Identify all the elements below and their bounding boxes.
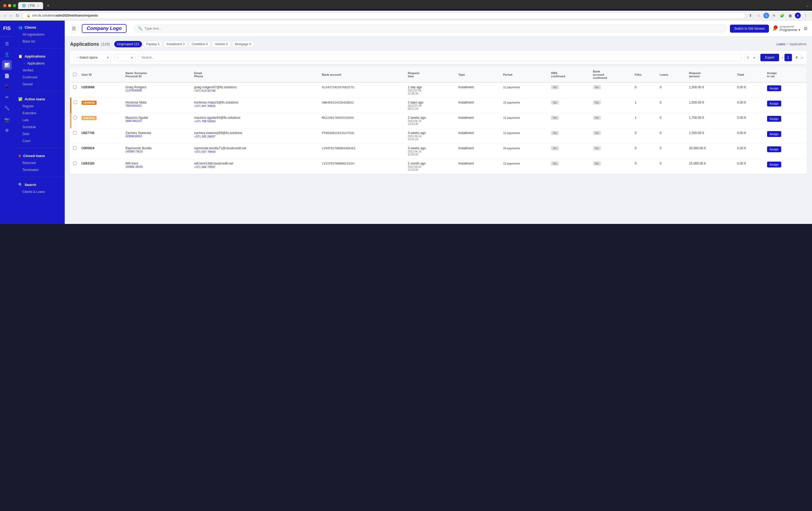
menu-icon[interactable]: ⋮	[802, 12, 809, 19]
refresh-button[interactable]: ↻	[15, 12, 20, 19]
filter-tab-vehicle[interactable]: Vehicle 0	[212, 41, 231, 47]
sidebar-item-all-registrations[interactable]: All registrations	[14, 31, 65, 38]
tab-close-button[interactable]: ✕	[37, 4, 39, 7]
pagination-page-4[interactable]: 4	[793, 54, 801, 61]
sidebar-item-regular[interactable]: Regular	[14, 103, 65, 110]
sidebar-item-verified[interactable]: Verified	[14, 67, 65, 74]
active-tab[interactable]: 🌐 | FIS ✕	[18, 2, 43, 9]
profile-icon[interactable]: A	[795, 12, 801, 19]
assign-button[interactable]: Assign	[767, 162, 781, 168]
nav-icon-mobile[interactable]: 📱	[2, 82, 12, 91]
row-sms-confirmed: No	[549, 82, 591, 98]
assign-button[interactable]: Assign	[767, 85, 781, 91]
row-checkbox[interactable]	[73, 131, 77, 135]
col-files: Files	[633, 67, 658, 82]
nav-icon-tools[interactable]: 🔧	[2, 103, 12, 113]
assign-button[interactable]: Assign	[767, 116, 781, 122]
menu-toggle-button[interactable]: ☰	[69, 24, 79, 33]
sidebar-section-search[interactable]: 🔍 Search	[14, 180, 65, 188]
sidebar-item-returned[interactable]: Returned	[14, 160, 65, 166]
nav-icon-camera[interactable]: 📷	[2, 115, 12, 124]
minimize-dot[interactable]	[8, 4, 11, 7]
new-tab-button[interactable]: +	[45, 3, 51, 8]
reader-view-icon[interactable]: ▣	[787, 12, 793, 19]
row-checkbox[interactable]	[74, 101, 77, 104]
sidebar-item-confirmed[interactable]: Confirmed	[14, 74, 65, 81]
col-name: Name SurnamePersonal ID	[123, 67, 192, 82]
export-button[interactable]: Export	[760, 54, 779, 61]
assign-button[interactable]: Assign	[767, 146, 781, 152]
row-checkbox[interactable]	[74, 116, 77, 119]
filter-tab-payday[interactable]: Payday 5	[143, 41, 162, 47]
user-role-chevron[interactable]: ▾	[799, 28, 800, 32]
search-bar[interactable]: 🔍	[134, 25, 727, 32]
row-checkbox[interactable]	[73, 146, 77, 150]
sidebar-section-active-loans[interactable]: ✅ Active loans	[14, 94, 65, 103]
closed-loans-icon: ⊗	[18, 154, 21, 158]
nav-icon-settings[interactable]: ⚙	[2, 125, 12, 135]
pagination-prev[interactable]: ‹	[782, 55, 783, 60]
ext-icon-2[interactable]: 🧩	[779, 12, 785, 19]
sidebar-item-denied[interactable]: Denied	[14, 81, 65, 88]
row-request-time: 3 weeks ago 2022-06-16 13:41:23	[406, 129, 456, 144]
switch-version-button[interactable]: Switch to Old Version	[730, 25, 769, 33]
address-bar[interactable]: 🔒 crm.fis.solutions/adm2020net/loans/req…	[23, 12, 745, 19]
row-total: 0.00 €	[735, 113, 765, 129]
breadcrumb-parent[interactable]: Loans	[777, 42, 785, 46]
google-icon[interactable]: G	[763, 12, 769, 19]
row-email-cell: hortense.mata15@fis.solutions +371 947 3…	[192, 98, 320, 113]
forward-button[interactable]: ›	[9, 12, 12, 19]
bookmark-icon[interactable]: ☆	[755, 12, 762, 19]
sidebar-item-applications[interactable]: Applications	[14, 60, 65, 67]
sidebar-section-applications[interactable]: 📋 Applications	[14, 52, 65, 60]
page-count: (129)	[101, 42, 110, 46]
ext-icon-1[interactable]: ✳	[771, 12, 777, 19]
assign-button[interactable]: Assign	[767, 101, 781, 107]
sidebar-item-extended[interactable]: Extended	[14, 110, 65, 117]
close-dot[interactable]	[3, 4, 6, 7]
sidebar-item-black-list[interactable]: Black list	[14, 38, 65, 45]
row-checkbox[interactable]	[73, 162, 77, 165]
sidebar-section-closed-loans[interactable]: ⊗ Closed loans	[14, 151, 65, 160]
row-checkbox-cell	[71, 113, 80, 129]
lock-icon: 🔒	[27, 13, 30, 18]
nav-icon-chart[interactable]: 📊	[2, 60, 12, 70]
nav-icon-list[interactable]: ☰	[2, 39, 12, 49]
filter-tab-ungrouped[interactable]: Ungrouped 121	[114, 41, 142, 47]
assign-button[interactable]: Assign	[767, 131, 781, 137]
maximize-dot[interactable]	[13, 4, 16, 7]
operation-select[interactable]: – Select opera	[74, 54, 111, 61]
sidebar-item-terminated[interactable]: Terminated	[14, 166, 65, 173]
search-input[interactable]	[144, 27, 723, 30]
share-icon[interactable]: ⬆	[747, 12, 754, 19]
table-search-input[interactable]	[138, 54, 742, 61]
pagination-page-1[interactable]: 1	[784, 54, 792, 61]
col-request-time: Requesttime	[406, 67, 456, 82]
filter-tab-mortgage[interactable]: Mortgage 0	[232, 41, 254, 47]
sidebar-item-late[interactable]: Late	[14, 117, 65, 123]
nav-icon-edit[interactable]: ✏	[2, 92, 12, 102]
row-files: 1	[633, 113, 658, 129]
sort-select[interactable]: c	[744, 54, 758, 61]
row-period: 12 payments	[501, 113, 549, 129]
row-checkbox[interactable]	[73, 85, 77, 89]
filter-tab-creditline[interactable]: Creditline 0	[189, 41, 211, 47]
select-all-checkbox[interactable]	[73, 73, 77, 76]
settings-gear-icon[interactable]: ⚙	[804, 26, 808, 32]
nav-icon-user[interactable]: 👤	[2, 50, 12, 59]
breadcrumb-current: Applications	[789, 42, 807, 46]
sidebar-item-schedule[interactable]: Schedule	[14, 123, 65, 131]
sidebar-section-clients[interactable]: 👥 Clients	[14, 23, 65, 31]
filter-tab-installment[interactable]: Installment 3	[164, 41, 187, 47]
nav-icon-doc[interactable]: 📄	[2, 71, 12, 81]
secondary-select[interactable]: -	[114, 54, 135, 61]
page-title: Applications (129)	[70, 41, 110, 47]
sidebar-item-clients-loans[interactable]: Clients & Loans	[14, 188, 65, 195]
sidebar-item-court[interactable]: Court	[14, 138, 65, 144]
back-button[interactable]: ‹	[3, 12, 7, 19]
col-checkbox	[71, 67, 80, 82]
notification-icon[interactable]: 🔔 1	[772, 27, 777, 30]
pagination-next[interactable]: ›	[802, 55, 803, 60]
sidebar-item-debt[interactable]: Debt	[14, 131, 65, 138]
row-user-id: U461832	[80, 113, 123, 129]
